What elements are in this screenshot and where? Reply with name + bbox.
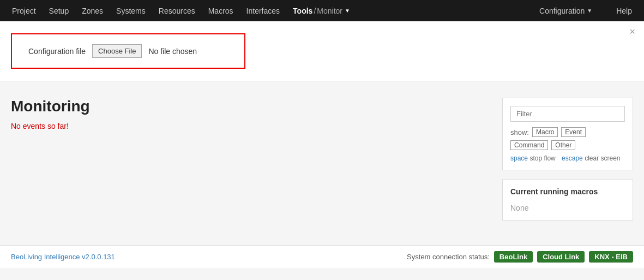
show-badge-command[interactable]: Command <box>510 140 548 150</box>
space-hotkey[interactable]: space <box>510 154 528 162</box>
navbar: Project Setup Zones Systems Resources Ma… <box>0 0 644 21</box>
hotkey-row: space stop flow escape clear screen <box>510 154 625 162</box>
footer-app-name: BeoLiving Intelligence <box>11 253 80 261</box>
config-file-box: Configuration file Choose File No file c… <box>11 33 245 69</box>
main-content: Monitoring No events so far! show: Macro… <box>0 81 644 245</box>
config-panel-wrapper: Configuration file Choose File No file c… <box>0 21 644 81</box>
footer-version: v2.0.0.131 <box>82 253 115 261</box>
macros-card: Current running macros None <box>502 179 633 221</box>
nav-zones[interactable]: Zones <box>75 0 110 21</box>
config-dropdown-icon: ▼ <box>587 8 592 14</box>
nav-resources[interactable]: Resources <box>152 0 202 21</box>
status-beolink: BeoLink <box>494 251 533 263</box>
navbar-right: Configuration ▼ Help <box>533 7 639 15</box>
nav-help[interactable]: Help <box>610 7 639 15</box>
status-knx: KNX - EIB <box>589 251 633 263</box>
nav-project[interactable]: Project <box>5 0 43 21</box>
nav-monitor-label: Monitor <box>317 7 342 15</box>
filter-card: show: Macro Event Command Other space st… <box>502 98 633 170</box>
show-badge-macro[interactable]: Macro <box>532 127 558 137</box>
show-badge-event[interactable]: Event <box>561 127 586 137</box>
monitoring-title: Monitoring <box>11 98 491 115</box>
nav-systems[interactable]: Systems <box>110 0 152 21</box>
escape-hotkey[interactable]: escape <box>562 154 583 162</box>
show-badge-other[interactable]: Other <box>551 140 575 150</box>
no-events-text: No events so far! <box>11 122 491 130</box>
nav-interfaces[interactable]: Interfaces <box>240 0 286 21</box>
nav-configuration[interactable]: Configuration ▼ <box>533 7 599 15</box>
nav-setup[interactable]: Setup <box>43 0 76 21</box>
left-panel: Monitoring No events so far! <box>11 98 491 234</box>
footer: BeoLiving Intelligence v2.0.0.131 System… <box>0 245 644 268</box>
choose-file-button[interactable]: Choose File <box>92 44 142 58</box>
footer-app-info: BeoLiving Intelligence v2.0.0.131 <box>11 253 115 261</box>
macros-none-text: None <box>510 204 625 212</box>
right-panel: show: Macro Event Command Other space st… <box>502 98 633 234</box>
footer-app-link[interactable]: BeoLiving Intelligence v2.0.0.131 <box>11 253 115 261</box>
filter-input[interactable] <box>510 106 625 122</box>
nav-tools-monitor[interactable]: Tools / Monitor ▼ <box>286 0 357 21</box>
no-file-text: No file chosen <box>148 47 197 56</box>
show-label: show: <box>510 128 529 136</box>
show-row: show: Macro Event Command Other <box>510 127 625 150</box>
clear-screen-text: clear screen <box>585 154 620 162</box>
footer-status-label: System connection status: <box>407 253 490 261</box>
macros-card-title: Current running macros <box>510 187 625 196</box>
chevron-down-icon: ▼ <box>345 8 350 14</box>
nav-slash: / <box>314 7 316 15</box>
status-cloudlink: Cloud Link <box>537 251 585 263</box>
nav-tools-label: Tools <box>293 7 312 15</box>
stop-flow-text: stop flow <box>529 154 555 162</box>
close-icon[interactable]: × <box>629 27 635 37</box>
footer-right: System connection status: BeoLink Cloud … <box>407 251 633 263</box>
nav-macros[interactable]: Macros <box>202 0 240 21</box>
config-file-label: Configuration file <box>28 47 86 56</box>
